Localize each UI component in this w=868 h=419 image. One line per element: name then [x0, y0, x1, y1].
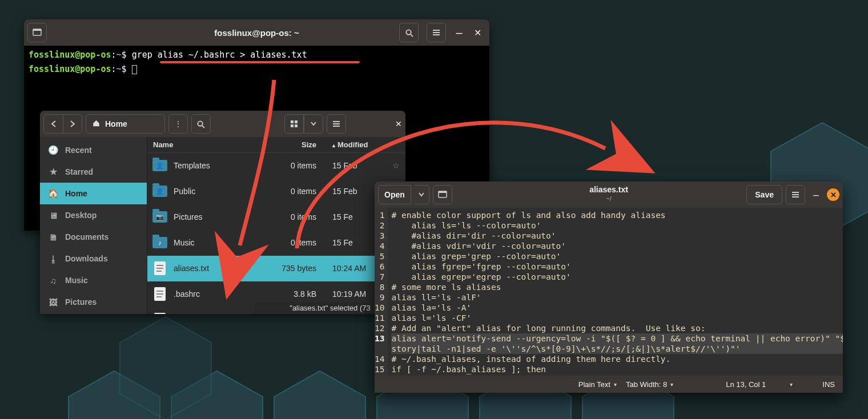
new-document-button[interactable] — [433, 185, 452, 204]
editor-headerbar: Open aliases.txt ~/ Save – ✕ — [375, 182, 843, 208]
path-label: Home — [105, 119, 127, 128]
close-button[interactable]: ✕ — [827, 188, 839, 201]
editor-statusbar: Plain Text▾ Tab Width: 8▾ Ln 13, Col 1▾ … — [375, 376, 843, 393]
svg-rect-21 — [295, 124, 298, 127]
document-icon: 🗎 — [48, 232, 58, 242]
terminal-titlebar: fosslinux@pop-os: ~ – ✕ — [24, 19, 489, 46]
insert-mode-indicator[interactable]: INS — [822, 380, 835, 389]
file-size: 735 bytes — [272, 264, 323, 273]
file-name: Pictures — [172, 212, 272, 221]
pictures-icon: 🖼 — [48, 297, 58, 307]
syntax-selector[interactable]: Plain Text▾ — [578, 380, 617, 389]
file-row[interactable]: 📷 Pictures 0 items 15 Fe — [147, 204, 405, 230]
svg-rect-19 — [295, 120, 298, 123]
folder-icon: 👤 — [152, 160, 167, 171]
column-headers: Name Size ▴Modified — [147, 137, 405, 153]
code-line: #alias dir='dir --color=auto' — [391, 231, 843, 241]
sidebar-item-home[interactable]: 🏠Home — [40, 183, 147, 204]
grid-view-button[interactable] — [284, 114, 304, 134]
file-size: 0 items — [272, 238, 323, 247]
file-name: Templates — [172, 161, 272, 170]
svg-rect-20 — [291, 124, 294, 127]
cursor-position[interactable]: Ln 13, Col 1▾ — [726, 380, 793, 389]
home-icon: 🏠 — [48, 188, 58, 199]
search-button[interactable] — [399, 23, 419, 42]
view-dropdown-button[interactable] — [304, 114, 323, 134]
file-row[interactable]: aliases.txt 735 bytes 10:24 AM — [147, 256, 405, 281]
column-modified-header[interactable]: ▴Modified — [323, 140, 386, 149]
terminal-cursor — [132, 65, 137, 74]
svg-marker-2 — [274, 371, 365, 419]
open-button[interactable]: Open — [378, 185, 411, 204]
terminal-command: grep alias ~/.bashrc > aliases.txt — [132, 50, 307, 60]
clock-icon: 🕘 — [48, 145, 58, 155]
code-line: # enable color support of ls and also ad… — [391, 210, 843, 220]
sidebar-item-documents[interactable]: 🗎Documents — [40, 226, 147, 248]
save-button[interactable]: Save — [746, 185, 782, 204]
file-row[interactable]: ♪ Music 0 items 15 Fe — [147, 230, 405, 256]
sidebar-item-label: Downloads — [65, 254, 108, 263]
sidebar-item-desktop[interactable]: 🖥Desktop — [40, 204, 147, 226]
file-row[interactable]: 👤 Templates 0 items 15 Feb ☆ — [147, 153, 405, 179]
sidebar-item-recent[interactable]: 🕘Recent — [40, 139, 147, 161]
close-button[interactable]: ✕ — [395, 119, 402, 128]
hamburger-menu-button[interactable] — [427, 23, 446, 42]
code-line: alias ls='ls --color=auto' — [391, 220, 843, 231]
file-manager-window: Home ⋮ ✕ 🕘Recent★Starred🏠Home🖥Desktop🗎Do… — [40, 111, 405, 314]
file-size: 0 items — [272, 212, 323, 221]
prompt-user: fosslinux@pop-os — [29, 50, 111, 60]
home-icon — [92, 119, 101, 129]
folder-icon: 👤 — [152, 186, 167, 197]
sidebar-item-pictures[interactable]: 🖼Pictures — [40, 291, 147, 313]
sidebar-item-label: Home — [65, 189, 87, 198]
code-line: alias fgrep='fgrep --color=auto' — [391, 261, 843, 272]
download-icon: ⭳ — [48, 254, 58, 264]
svg-marker-1 — [171, 371, 263, 419]
file-name: .bashrc — [172, 289, 272, 299]
sidebar-item-label: Recent — [65, 146, 92, 155]
svg-rect-26 — [439, 191, 447, 193]
code-line: if [ -f ~/.bash_aliases ]; then — [391, 364, 843, 374]
path-bar[interactable]: Home — [86, 114, 165, 134]
path-more-button[interactable]: ⋮ — [168, 114, 188, 134]
svg-rect-18 — [291, 120, 294, 123]
close-button[interactable]: ✕ — [469, 27, 486, 38]
svg-point-11 — [406, 30, 411, 34]
hamburger-menu-button[interactable] — [327, 114, 346, 134]
sidebar-item-starred[interactable]: ★Starred — [40, 161, 147, 183]
file-modified: 15 Feb — [323, 161, 386, 170]
code-line: alias ll='ls -alF' — [391, 292, 843, 303]
star-toggle[interactable]: ☆ — [386, 161, 405, 170]
code-area[interactable]: # enable color support of ls and also ad… — [388, 208, 843, 376]
search-button[interactable] — [191, 114, 211, 134]
tab-width-selector[interactable]: Tab Width: 8▾ — [626, 380, 673, 389]
code-line: alias grep='grep --color=auto' — [391, 251, 843, 261]
file-name: aliases.txt — [172, 264, 272, 273]
file-size: 3.8 kB — [272, 289, 323, 299]
music-icon: ♫ — [48, 276, 58, 285]
code-line: alias la='ls -A' — [391, 303, 843, 313]
minimize-button[interactable]: – — [809, 189, 823, 201]
open-dropdown-button[interactable] — [415, 185, 429, 204]
forward-button[interactable] — [63, 114, 82, 134]
sidebar-item-label: Pictures — [65, 297, 97, 307]
hamburger-menu-button[interactable] — [786, 185, 805, 204]
file-icon — [154, 287, 166, 301]
editor-body[interactable]: 12345678910111213 1415 # enable color su… — [375, 208, 843, 376]
minimize-button[interactable]: – — [451, 26, 468, 39]
sidebar-item-music[interactable]: ♫Music — [40, 269, 147, 291]
sidebar-item-downloads[interactable]: ⭳Downloads — [40, 248, 147, 269]
back-button[interactable] — [43, 114, 63, 134]
star-icon: ★ — [48, 167, 58, 177]
folder-icon: 📷 — [152, 211, 167, 223]
svg-line-17 — [203, 126, 205, 128]
sidebar-item-label: Documents — [65, 232, 108, 241]
svg-point-16 — [198, 121, 203, 126]
code-line: alias egrep='egrep --color=auto' — [391, 272, 843, 282]
code-line: # some more ls aliases — [391, 282, 843, 292]
column-size-header[interactable]: Size — [272, 140, 323, 149]
file-name: Public — [172, 187, 272, 196]
column-name-header[interactable]: Name — [147, 140, 272, 149]
new-tab-button[interactable] — [27, 23, 47, 42]
file-row[interactable]: 👤 Public 0 items 15 Feb — [147, 179, 405, 204]
